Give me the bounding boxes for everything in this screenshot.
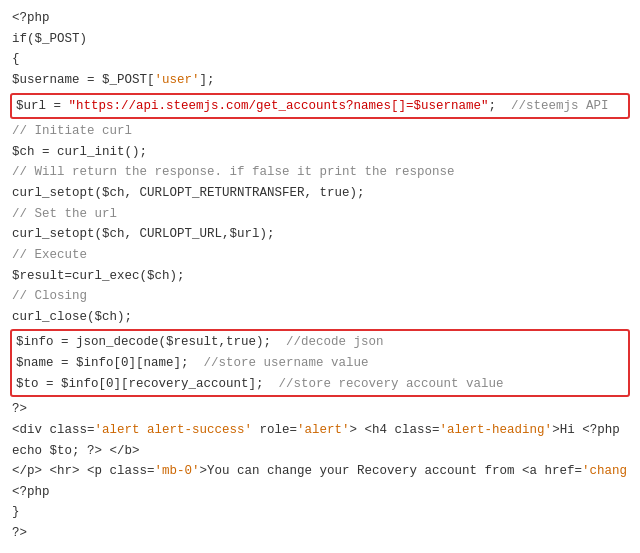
code-line: $to = $info[0][recovery_account]; //stor… (14, 374, 626, 395)
code-line: ?> (10, 523, 630, 544)
code-line: } (10, 502, 630, 523)
code-line: $info = json_decode($result,true); //dec… (14, 332, 626, 353)
code-line: if($_POST) (10, 29, 630, 50)
code-container: <?php if($_POST) { $username = $_POST['u… (0, 0, 640, 552)
code-line: $url = "https://api.steemjs.com/get_acco… (14, 96, 626, 117)
code-line: </p> <hr> <p class='mb-0'>You can change… (10, 461, 630, 482)
code-line: <?php (10, 482, 630, 503)
code-line: curl_setopt($ch, CURLOPT_URL,$url); (10, 224, 630, 245)
code-line: // Initiate curl (10, 121, 630, 142)
code-line: <div class='alert alert-success' role='a… (10, 420, 630, 441)
code-line: $result=curl_exec($ch); (10, 266, 630, 287)
code-line: $ch = curl_init(); (10, 142, 630, 163)
code-line: $username = $_POST['user']; (10, 70, 630, 91)
code-line: curl_setopt($ch, CURLOPT_RETURNTRANSFER,… (10, 183, 630, 204)
highlighted-decode-block: $info = json_decode($result,true); //dec… (10, 329, 630, 397)
code-line: // Set the url (10, 204, 630, 225)
code-line: // Execute (10, 245, 630, 266)
code-line: // Closing (10, 286, 630, 307)
code-line: // Will return the response. if false it… (10, 162, 630, 183)
code-line: echo $to; ?> </b> (10, 441, 630, 462)
code-line: { (10, 49, 630, 70)
code-line: ?> (10, 399, 630, 420)
code-line: $name = $info[0][name]; //store username… (14, 353, 626, 374)
code-line: curl_close($ch); (10, 307, 630, 328)
highlighted-url-block: $url = "https://api.steemjs.com/get_acco… (10, 93, 630, 120)
code-line: <?php (10, 8, 630, 29)
